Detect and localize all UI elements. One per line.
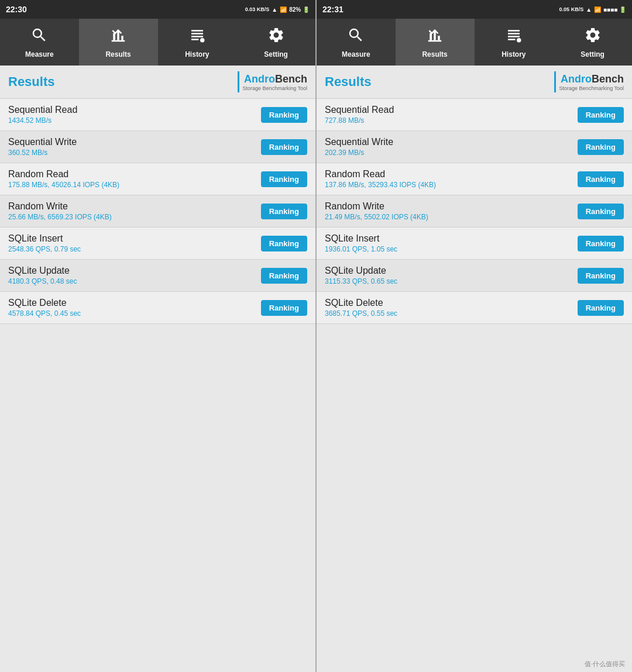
benchmark-row: SQLite Update 3115.33 QPS, 0.65 sec Rank… (317, 260, 632, 292)
bench-value: 2548.36 QPS, 0.79 sec (8, 245, 81, 253)
benchmark-row: Sequential Write 202.39 MB/s Ranking (317, 131, 632, 163)
bench-info: Sequential Read 1434.52 MB/s (8, 105, 77, 125)
benchmark-row: SQLite Update 4180.3 QPS, 0.48 sec Ranki… (0, 260, 315, 292)
ranking-button[interactable]: Ranking (578, 107, 624, 123)
bench-value: 202.39 MB/s (325, 149, 393, 157)
bench-info: Random Read 137.86 MB/s, 35293.43 IOPS (… (325, 169, 436, 189)
benchmark-row: SQLite Insert 1936.01 QPS, 1.05 sec Rank… (317, 228, 632, 260)
watermark: 值·什么值得买 (317, 656, 632, 672)
bench-value: 175.88 MB/s, 45026.14 IOPS (4KB) (8, 181, 119, 189)
bench-info: SQLite Delete 4578.84 QPS, 0.45 sec (8, 298, 81, 318)
benchmark-row: Random Read 137.86 MB/s, 35293.43 IOPS (… (317, 163, 632, 195)
ranking-button[interactable]: Ranking (261, 171, 307, 187)
ranking-button[interactable]: Ranking (578, 300, 624, 316)
logo-brand: AndroBench (561, 73, 624, 85)
chart-icon (426, 26, 444, 48)
tab-results[interactable]: Results (79, 19, 158, 66)
settings-icon (267, 26, 285, 48)
bench-value: 4180.3 QPS, 0.48 sec (8, 277, 77, 285)
tab-setting[interactable]: Setting (236, 19, 315, 66)
ranking-button[interactable]: Ranking (261, 107, 307, 123)
tab-history[interactable]: History (158, 19, 237, 66)
bench-name: Random Write (8, 201, 112, 212)
search-icon (347, 26, 365, 48)
wifi-icon: ▲ (586, 6, 592, 13)
bench-value: 4578.84 QPS, 0.45 sec (8, 309, 81, 318)
logo-sub: Storage Benchmarking Tool (559, 85, 624, 91)
bench-name: SQLite Insert (325, 233, 397, 244)
nav-tabs: Measure Results History Setting (317, 19, 632, 66)
ranking-button[interactable]: Ranking (261, 300, 307, 316)
bench-name: SQLite Delete (325, 298, 397, 308)
bench-info: SQLite Update 3115.33 QPS, 0.65 sec (325, 266, 397, 285)
signal-icon: 📶 (280, 6, 287, 13)
bench-info: SQLite Insert 2548.36 QPS, 0.79 sec (8, 233, 81, 253)
search-icon (30, 26, 48, 48)
tab-setting[interactable]: Setting (553, 19, 632, 66)
ranking-button[interactable]: Ranking (261, 139, 307, 155)
bench-info: Sequential Read 727.88 MB/s (325, 105, 394, 125)
ranking-button[interactable]: Ranking (578, 171, 624, 187)
bench-name: Random Read (325, 169, 436, 180)
benchmark-row: Random Write 21.49 MB/s, 5502.02 IOPS (4… (317, 195, 632, 228)
logo-text: AndroBench Storage Benchmarking Tool (559, 73, 624, 91)
bench-value: 1936.01 QPS, 1.05 sec (325, 245, 397, 253)
logo-brand: AndroBench (244, 73, 307, 85)
status-time: 22:30 (6, 5, 27, 14)
logo: AndroBench Storage Benchmarking Tool (554, 71, 624, 92)
ranking-button[interactable]: Ranking (578, 204, 624, 219)
logo-text: AndroBench Storage Benchmarking Tool (243, 73, 307, 91)
ranking-button[interactable]: Ranking (261, 204, 307, 219)
bench-value: 25.66 MB/s, 6569.23 IOPS (4KB) (8, 213, 112, 221)
battery-icon: ■■■■ 🔋 (603, 6, 626, 13)
benchmark-row: Sequential Read 1434.52 MB/s Ranking (0, 99, 315, 131)
status-bar: 22:31 0.05 KB/S ▲ 📶 ■■■■ 🔋 (317, 0, 632, 19)
network-speed: 0.05 KB/S (559, 6, 584, 13)
tab-measure[interactable]: Measure (0, 19, 79, 66)
logo-andro: Andro (561, 73, 592, 85)
ranking-button[interactable]: Ranking (578, 139, 624, 155)
benchmark-list: Sequential Read 1434.52 MB/s Ranking Seq… (0, 99, 315, 672)
ranking-button[interactable]: Ranking (261, 236, 307, 251)
bench-value: 137.86 MB/s, 35293.43 IOPS (4KB) (325, 181, 436, 189)
logo-bar (238, 71, 239, 92)
bench-value: 727.88 MB/s (325, 116, 394, 125)
bench-value: 21.49 MB/s, 5502.02 IOPS (4KB) (325, 213, 428, 221)
ranking-button[interactable]: Ranking (578, 236, 624, 251)
tab-measure[interactable]: Measure (317, 19, 396, 66)
tab-label-history: History (502, 50, 525, 58)
ranking-button[interactable]: Ranking (261, 268, 307, 284)
bench-value: 360.52 MB/s (8, 149, 77, 157)
tab-history[interactable]: History (475, 19, 554, 66)
chart-icon (109, 26, 127, 48)
bench-name: SQLite Delete (8, 298, 81, 308)
bench-info: Random Write 21.49 MB/s, 5502.02 IOPS (4… (325, 201, 428, 221)
benchmark-row: Sequential Read 727.88 MB/s Ranking (317, 99, 632, 131)
wifi-icon: ▲ (272, 6, 277, 13)
settings-icon (584, 26, 602, 48)
bench-value: 3115.33 QPS, 0.65 sec (325, 277, 397, 285)
logo: AndroBench Storage Benchmarking Tool (238, 71, 307, 92)
tab-label-setting: Setting (264, 50, 288, 58)
bench-name: Sequential Read (325, 105, 394, 115)
bench-info: Sequential Write 360.52 MB/s (8, 137, 77, 157)
bench-info: SQLite Insert 1936.01 QPS, 1.05 sec (325, 233, 397, 253)
bench-value: 1434.52 MB/s (8, 116, 77, 125)
tab-label-results: Results (422, 50, 447, 58)
battery-icon: 82% 🔋 (289, 6, 310, 13)
tab-label-measure: Measure (25, 50, 54, 58)
network-speed: 0.03 KB/S (245, 6, 270, 13)
bench-name: Sequential Write (8, 137, 77, 147)
bench-name: SQLite Update (8, 266, 77, 276)
tab-results[interactable]: Results (396, 19, 475, 66)
logo-bench: Bench (592, 73, 624, 85)
logo-andro: Andro (244, 73, 275, 85)
ranking-button[interactable]: Ranking (578, 268, 624, 284)
tab-label-measure: Measure (342, 50, 370, 58)
tab-label-history: History (185, 50, 209, 58)
status-time: 22:31 (322, 5, 344, 14)
results-title: Results (8, 74, 54, 89)
content-area: Results AndroBench Storage Benchmarking … (0, 66, 315, 672)
benchmark-list: Sequential Read 727.88 MB/s Ranking Sequ… (317, 99, 632, 656)
benchmark-row: Random Write 25.66 MB/s, 6569.23 IOPS (4… (0, 195, 315, 228)
